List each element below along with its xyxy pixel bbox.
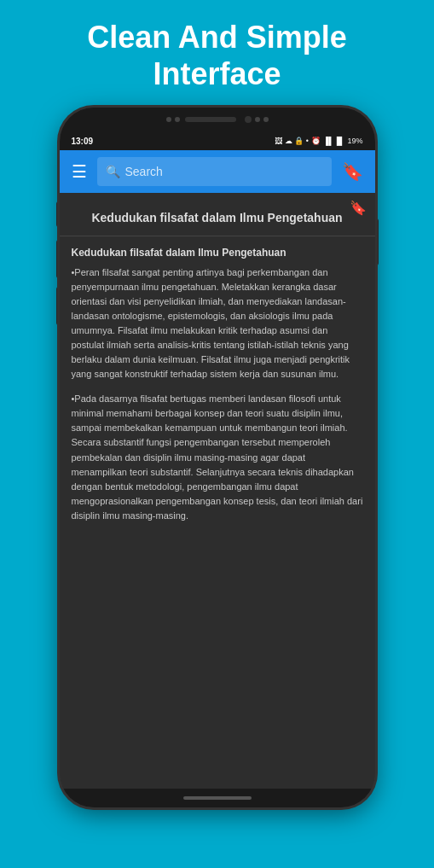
content-bookmark-icon[interactable]: 🔖 bbox=[350, 200, 367, 216]
dot-3 bbox=[255, 117, 260, 122]
speaker bbox=[185, 117, 236, 122]
hamburger-menu-icon[interactable]: ☰ bbox=[68, 158, 90, 185]
search-placeholder: Search bbox=[125, 165, 163, 178]
alarm-icon: ⏰ bbox=[311, 137, 321, 145]
front-camera bbox=[245, 116, 252, 123]
app-header-title: Clean And Simple Interface bbox=[61, 0, 373, 108]
article-body: Kedudukan filsafat dalam Ilmu Pengetahua… bbox=[60, 236, 375, 544]
article-title-section: Kedudukan filsafat dalam Ilmu Pengetahua… bbox=[60, 193, 375, 236]
article-subtitle: Kedudukan filsafat dalam Ilmu Pengetahua… bbox=[72, 247, 363, 259]
battery-percent: 19% bbox=[347, 137, 362, 145]
app-bar: ☰ 🔍 Search 🔖 bbox=[60, 150, 375, 193]
header-line2: Interface bbox=[153, 56, 281, 91]
power-button bbox=[375, 218, 379, 265]
phone-mockup: 13:09 🖼 ☁ 🔒 • ⏰ ▐▌▐▌ 19% ☰ 🔍 Search 🔖 bbox=[60, 108, 375, 807]
status-right-area: 🖼 ☁ 🔒 • ⏰ ▐▌▐▌ 19% bbox=[275, 137, 362, 145]
notch-dots bbox=[166, 117, 180, 122]
search-icon: 🔍 bbox=[106, 165, 120, 178]
phone-shell: 13:09 🖼 ☁ 🔒 • ⏰ ▐▌▐▌ 19% ☰ 🔍 Search 🔖 bbox=[60, 108, 375, 807]
article-title: Kedudukan filsafat dalam Ilmu Pengetahua… bbox=[73, 210, 362, 227]
dot-2 bbox=[175, 117, 180, 122]
phone-screen: 13:09 🖼 ☁ 🔒 • ⏰ ▐▌▐▌ 19% ☰ 🔍 Search 🔖 bbox=[60, 108, 375, 807]
bookmark-icon[interactable]: 🔖 bbox=[339, 158, 367, 185]
home-indicator bbox=[183, 796, 252, 800]
status-bar: 13:09 🖼 ☁ 🔒 • ⏰ ▐▌▐▌ 19% bbox=[60, 131, 375, 150]
phone-notch-area bbox=[60, 108, 375, 131]
dot-4 bbox=[263, 117, 269, 122]
notch-dots-right bbox=[255, 117, 269, 122]
signal-bars: ▐▌▐▌ bbox=[323, 137, 345, 145]
header-line1: Clean And Simple bbox=[87, 20, 347, 55]
dot-1 bbox=[166, 117, 171, 122]
article-paragraph-2: •Pada dasarnya filsafat bertugas memberi… bbox=[72, 392, 363, 522]
content-area: 🔖 Kedudukan filsafat dalam Ilmu Pengetah… bbox=[60, 193, 375, 789]
status-time: 13:09 bbox=[72, 137, 94, 146]
phone-bottom-bar bbox=[60, 789, 375, 807]
notification-icons: 🖼 ☁ 🔒 • bbox=[275, 137, 309, 145]
search-bar[interactable]: 🔍 Search bbox=[97, 157, 332, 186]
article-paragraph-1: •Peran filsafat sangat penting artinya b… bbox=[72, 265, 363, 382]
